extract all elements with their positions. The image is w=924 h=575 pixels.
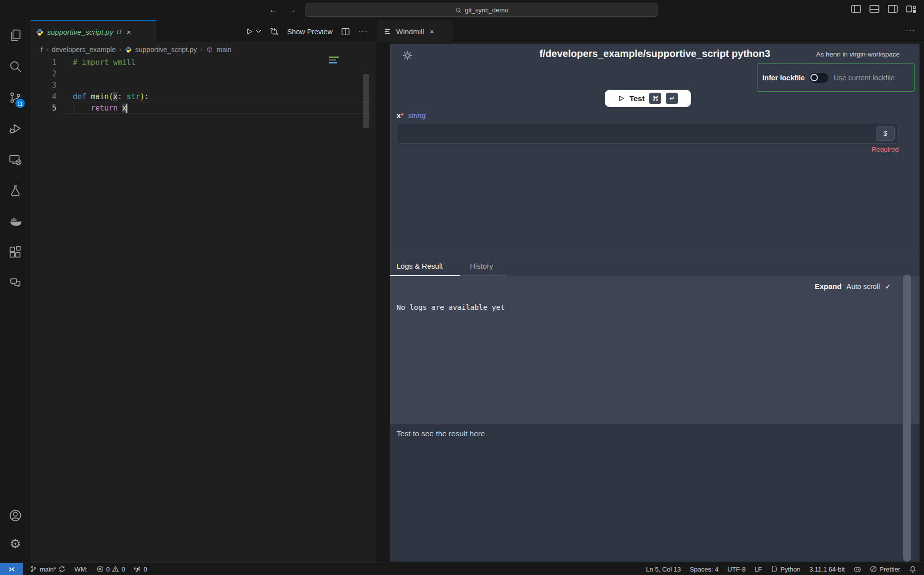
remote-indicator[interactable]	[0, 563, 23, 575]
show-preview-button[interactable]: Show Preview	[287, 28, 333, 36]
wm-status-item[interactable]: WM:	[70, 563, 92, 575]
windmill-panel: f/developers_example/supportive_script p…	[390, 44, 920, 562]
tab-windmill[interactable]: Windmill ×	[378, 20, 453, 43]
breadcrumb-file[interactable]: supportive_script.py	[135, 46, 197, 54]
editor-more-actions-icon[interactable]: ···	[358, 27, 368, 36]
extensions-icon[interactable]	[8, 245, 22, 259]
docker-icon[interactable]	[8, 215, 22, 229]
toggle-secondary-sidebar-icon[interactable]	[888, 5, 898, 13]
use-current-lockfile-label: Use current lockfile	[833, 74, 894, 82]
nav-back-button[interactable]: ←	[269, 5, 278, 15]
arg-type: string	[408, 112, 425, 119]
test-button-label: Test	[630, 94, 645, 103]
breadcrumb-symbol[interactable]: main	[217, 46, 231, 54]
windmill-webview: f/developers_example/supportive_script p…	[376, 43, 924, 563]
run-dropdown-chevron-icon[interactable]	[256, 29, 261, 34]
code-editor[interactable]: 1 2 3 4 5 # import wmill def main(x: str…	[31, 56, 376, 563]
cmd-key-icon: ⌘	[649, 93, 661, 104]
expand-button[interactable]: Expand	[814, 282, 841, 290]
error-count: 0	[106, 566, 110, 573]
tab-close-icon[interactable]: ×	[126, 28, 131, 36]
encoding-item[interactable]: UTF-8	[723, 563, 750, 575]
tab-label: Windmill	[396, 27, 424, 36]
text-cursor	[126, 104, 127, 113]
editor-scrollbar[interactable]	[363, 74, 369, 128]
search-icon	[455, 7, 462, 14]
result-tabs: Logs & Result History	[390, 257, 920, 276]
warning-count: 0	[121, 566, 125, 573]
breadcrumb-folder[interactable]: f	[41, 46, 43, 54]
remote-explorer-icon[interactable]	[8, 153, 22, 167]
breadcrumb: f › developers_example › supportive_scri…	[31, 43, 376, 56]
tab-untracked-badge: U	[116, 29, 121, 36]
indent-label: Spaces: 4	[690, 566, 718, 573]
tab-label: supportive_script.py	[47, 28, 113, 36]
argument-label: x* string	[397, 111, 426, 120]
tab-logs-result[interactable]: Logs & Result	[397, 262, 443, 270]
lockfile-toggle[interactable]	[809, 73, 828, 83]
language-mode-item[interactable]: Python	[766, 563, 805, 575]
windmill-tab-bar: Windmill × ···	[376, 20, 924, 43]
activity-bar: 11 ⚙	[0, 20, 31, 563]
copilot-icon[interactable]	[849, 563, 866, 575]
notifications-bell-icon[interactable]	[905, 563, 921, 575]
required-message: Required	[871, 146, 899, 153]
testing-icon[interactable]	[8, 184, 22, 198]
play-icon	[618, 95, 625, 102]
open-changes-icon[interactable]	[270, 27, 279, 36]
nav-forward-button[interactable]: →	[288, 5, 296, 15]
tab-close-icon[interactable]: ×	[430, 27, 434, 36]
panel-more-actions-icon[interactable]: ···	[906, 26, 915, 35]
sync-icon	[58, 566, 65, 573]
logs-area: Expand Auto scroll ✓ No logs are availab…	[390, 276, 920, 424]
customize-layout-icon[interactable]	[906, 5, 916, 13]
result-placeholder: Test to see the result here	[397, 429, 485, 438]
title-bar: ← → git_sync_demo	[0, 0, 924, 20]
command-center-search[interactable]: git_sync_demo	[305, 3, 658, 17]
ports-item[interactable]: 0	[129, 563, 151, 575]
eol-item[interactable]: LF	[750, 563, 766, 575]
account-icon[interactable]	[8, 509, 22, 522]
prettier-item[interactable]: Prettier	[866, 563, 905, 575]
comments-icon[interactable]	[8, 276, 22, 290]
eol-label: LF	[754, 566, 762, 573]
toggle-sidebar-icon[interactable]	[851, 5, 861, 13]
toggle-panel-icon[interactable]	[869, 5, 879, 13]
problems-item[interactable]: 0 0	[92, 563, 129, 575]
argument-input-wrap: $	[397, 123, 899, 144]
search-sidebar-icon[interactable]	[8, 59, 22, 73]
branch-label: main*	[40, 566, 56, 573]
tab-history[interactable]: History	[470, 262, 493, 270]
test-button[interactable]: Test ⌘ ↵	[605, 90, 691, 107]
python-interpreter-item[interactable]: 3.11.1 64-bit	[805, 563, 849, 575]
minimap-mark	[329, 62, 337, 63]
run-debug-icon[interactable]	[8, 121, 22, 135]
infer-lockfile-label: Infer lockfile	[762, 74, 805, 82]
explorer-icon[interactable]	[8, 28, 22, 42]
radio-tower-icon	[134, 566, 141, 573]
panel-scrollbar[interactable]	[903, 275, 911, 562]
cursor-position-item[interactable]: Ln 5, Col 13	[641, 563, 685, 575]
indentation-item[interactable]: Spaces: 4	[685, 563, 723, 575]
run-python-icon[interactable]	[245, 27, 254, 36]
code-line-4: def main(x: str):	[73, 91, 149, 103]
auto-scroll-label[interactable]: Auto scroll	[847, 283, 880, 290]
symbol-cube-icon	[206, 46, 213, 53]
lockfile-options-box: Infer lockfile Use current lockfile	[757, 63, 915, 92]
breadcrumb-separator: ›	[46, 46, 48, 53]
settings-gear-icon[interactable]: ⚙	[8, 537, 22, 551]
tab-supportive-script[interactable]: supportive_script.py U ×	[31, 20, 156, 43]
required-star: *	[401, 111, 404, 119]
split-editor-icon[interactable]	[341, 27, 350, 36]
circle-slash-icon	[870, 566, 877, 573]
search-value: git_sync_demo	[465, 6, 508, 14]
argument-input[interactable]	[402, 125, 868, 141]
line-number: 2	[31, 68, 57, 80]
git-branch-item[interactable]: main*	[26, 563, 70, 575]
branch-icon	[30, 566, 37, 573]
prettier-label: Prettier	[879, 566, 900, 573]
line-number: 4	[31, 91, 57, 103]
dollar-button[interactable]: $	[876, 126, 895, 141]
line-number: 3	[31, 80, 57, 91]
breadcrumb-folder[interactable]: developers_example	[52, 46, 116, 54]
